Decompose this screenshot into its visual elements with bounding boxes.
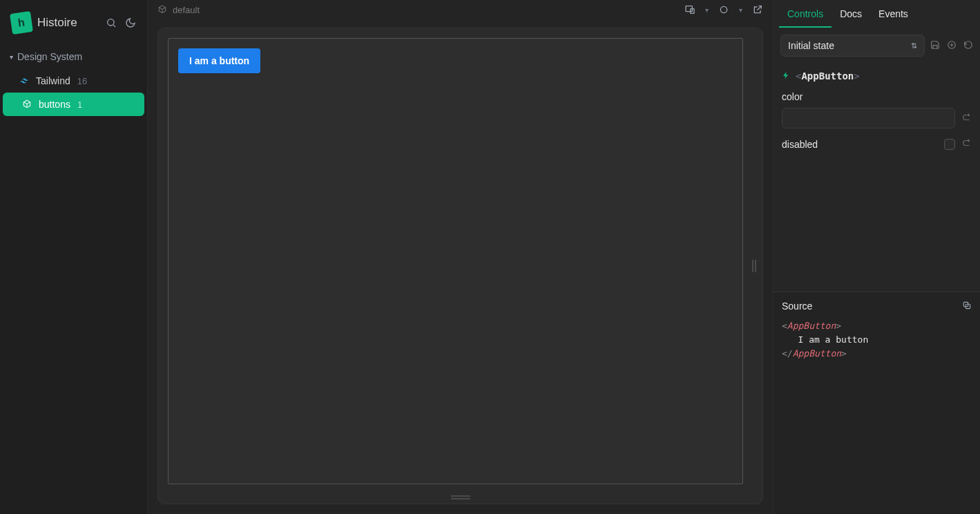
panel-tabs: Controls Docs Events bbox=[774, 0, 980, 28]
sidebar-item-buttons[interactable]: buttons 1 bbox=[3, 93, 144, 116]
save-state-icon[interactable] bbox=[930, 40, 940, 52]
source-code[interactable]: <AppButton> I am a button </AppButton> bbox=[774, 319, 980, 361]
story-area: default ▾ ▾ I am a button bbox=[148, 0, 773, 514]
story-header: default ▾ ▾ bbox=[148, 0, 773, 19]
component-tag: <AppButton> bbox=[774, 62, 980, 91]
chevron-down-icon[interactable]: ▾ bbox=[739, 6, 742, 14]
select-caret-icon: ⇅ bbox=[911, 41, 917, 50]
reset-prop-icon[interactable] bbox=[962, 113, 972, 124]
disabled-checkbox[interactable] bbox=[944, 139, 955, 150]
svg-rect-5 bbox=[752, 260, 753, 272]
responsive-icon[interactable] bbox=[684, 4, 695, 15]
cube-icon bbox=[22, 99, 32, 109]
sidebar: h Histoire ▾ Design System Tailwind 16 bbox=[0, 0, 148, 514]
svg-rect-6 bbox=[755, 260, 756, 272]
preview-canvas: I am a button bbox=[168, 38, 743, 484]
bolt-icon bbox=[782, 71, 790, 82]
resize-handle-vertical[interactable] bbox=[750, 258, 758, 274]
tab-docs[interactable]: Docs bbox=[832, 0, 870, 28]
copy-icon[interactable] bbox=[962, 301, 972, 312]
control-label-disabled: disabled bbox=[782, 139, 818, 150]
tab-events[interactable]: Events bbox=[870, 0, 916, 28]
brand-actions bbox=[106, 17, 136, 28]
resize-handle-horizontal[interactable] bbox=[448, 494, 473, 501]
state-preset-select[interactable]: Initial state ⇅ bbox=[780, 35, 925, 57]
svg-point-4 bbox=[720, 6, 727, 12]
chevron-down-icon: ▾ bbox=[10, 53, 13, 61]
source-section: Source <AppButton> I am a button </AppBu… bbox=[774, 292, 980, 514]
sidebar-group-header[interactable]: ▾ Design System bbox=[0, 44, 147, 69]
brand[interactable]: h Histoire bbox=[11, 12, 77, 33]
control-color: color bbox=[774, 91, 980, 138]
background-icon[interactable] bbox=[718, 4, 729, 15]
reset-state-icon[interactable] bbox=[963, 40, 973, 52]
state-preset-label: Initial state bbox=[788, 40, 834, 51]
demo-button[interactable]: I am a button bbox=[178, 48, 260, 73]
variant-selector[interactable]: default bbox=[157, 5, 200, 15]
variant-label: default bbox=[173, 5, 200, 15]
svg-point-0 bbox=[108, 19, 114, 26]
sidebar-item-count: 1 bbox=[77, 99, 82, 110]
open-new-tab-icon[interactable] bbox=[752, 4, 763, 15]
controls-body: color disabled bbox=[774, 91, 980, 292]
reset-prop-icon[interactable] bbox=[962, 138, 972, 150]
component-tag-text: <AppButton> bbox=[796, 70, 860, 82]
svg-line-1 bbox=[113, 25, 115, 27]
source-title: Source bbox=[782, 301, 812, 312]
sidebar-item-tailwind[interactable]: Tailwind 16 bbox=[0, 69, 147, 93]
search-icon[interactable] bbox=[106, 17, 117, 28]
chevron-down-icon[interactable]: ▾ bbox=[705, 6, 709, 14]
state-actions bbox=[930, 40, 973, 52]
svg-rect-8 bbox=[451, 498, 470, 499]
control-label-color: color bbox=[782, 91, 972, 102]
brand-name: Histoire bbox=[37, 16, 77, 30]
theme-toggle-icon[interactable] bbox=[125, 17, 136, 28]
tailwind-icon bbox=[19, 76, 29, 86]
story-tools: ▾ ▾ bbox=[684, 4, 763, 15]
sidebar-item-label: Tailwind bbox=[36, 75, 70, 86]
tab-controls[interactable]: Controls bbox=[779, 0, 832, 28]
preview-frame: I am a button bbox=[157, 28, 763, 504]
cube-icon bbox=[157, 5, 167, 15]
logo-icon: h bbox=[10, 11, 33, 35]
state-row: Initial state ⇅ bbox=[774, 28, 980, 62]
brand-row: h Histoire bbox=[0, 0, 147, 44]
add-state-icon[interactable] bbox=[947, 40, 957, 52]
right-panel: Controls Docs Events Initial state ⇅ bbox=[773, 0, 980, 514]
sidebar-item-label: buttons bbox=[39, 99, 70, 110]
color-input[interactable] bbox=[782, 108, 955, 128]
svg-rect-7 bbox=[451, 495, 470, 497]
sidebar-item-count: 16 bbox=[77, 76, 87, 86]
control-disabled: disabled bbox=[774, 138, 980, 160]
app-root: h Histoire ▾ Design System Tailwind 16 bbox=[0, 0, 980, 514]
sidebar-group-label: Design System bbox=[17, 51, 82, 62]
source-header: Source bbox=[774, 292, 980, 319]
